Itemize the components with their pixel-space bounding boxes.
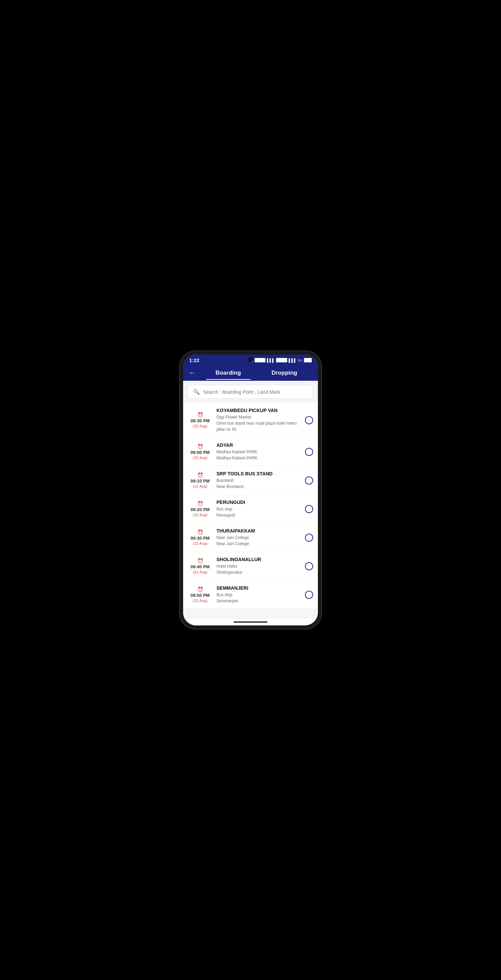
time-block: ⏰ 08:30 PM (22-Aug) [188, 412, 212, 428]
date-text: (22-Aug) [193, 424, 208, 428]
point-name: PERUNGUDI [216, 500, 301, 505]
clock-icon: ⏰ [197, 412, 203, 417]
time-text: 09:20 PM [191, 507, 210, 512]
clock-icon: ⏰ [197, 501, 203, 506]
point-landmark: Near Jain CollegeNear Jain College [216, 535, 301, 547]
tab-dropping[interactable]: Dropping [256, 369, 312, 380]
point-info: ADYAR Madhya Kailash PARKMadhya Kailash … [216, 442, 301, 461]
time-text: 09:10 PM [191, 479, 210, 484]
phone-frame: 1:22 🔔 VoNR ▌▌▌ VoNR ▌▌▌ 5G 100 ← Boardi… [179, 350, 322, 630]
point-info: SRP TOOLS BUS STAND BusstandNear Busstan… [216, 471, 301, 490]
point-info: SHOLINGANALLUR Hotel HalezSholinganallur [216, 557, 301, 576]
date-text: (22-Aug) [193, 513, 208, 517]
point-name: SHOLINGANALLUR [216, 557, 301, 562]
point-landmark: BusstandNear Busstand , [216, 477, 301, 490]
vonr-badge-1: VoNR [254, 358, 266, 363]
radio-button-2[interactable] [305, 448, 313, 456]
search-container: 🔍 [183, 381, 318, 403]
boarding-item[interactable]: ⏰ 09:20 PM (22-Aug) PERUNGUDI Bus stopPe… [183, 495, 318, 523]
date-text: (22-Aug) [193, 570, 208, 574]
point-name: KOYAMBEDU PICKUP VAN [216, 408, 301, 413]
radio-button-1[interactable] [305, 416, 313, 424]
battery-icon: 100 [304, 358, 312, 363]
point-landmark: Opp Flower MarketOmni bus stand near roy… [216, 414, 301, 433]
camera-notch [248, 357, 253, 362]
point-info: KOYAMBEDU PICKUP VAN Opp Flower MarketOm… [216, 408, 301, 433]
boarding-item[interactable]: ⏰ 09:00 PM (22-Aug) ADYAR Madhya Kailash… [183, 438, 318, 466]
clock-icon: ⏰ [197, 530, 203, 535]
point-info: THURAIPAKKAM Near Jain CollegeNear Jain … [216, 528, 301, 547]
point-info: PERUNGUDI Bus stopPerungudi [216, 500, 301, 518]
signal-1: ▌▌▌ [267, 358, 275, 363]
point-landmark: Bus stopPerungudi [216, 506, 301, 518]
point-landmark: Madhya Kailash PARKMadhya Kailash PARK [216, 449, 301, 461]
time-block: ⏰ 09:10 PM (22-Aug) [188, 472, 212, 488]
header-nav: ← Boarding Dropping [183, 365, 318, 381]
radio-button-6[interactable] [305, 562, 313, 570]
date-text: (22-Aug) [193, 484, 208, 488]
clock-icon: ⏰ [197, 558, 203, 563]
status-time: 1:22 [189, 357, 199, 363]
clock-icon: ⏰ [197, 587, 203, 592]
home-indicator [234, 621, 267, 623]
radio-button-3[interactable] [305, 476, 313, 485]
time-block: ⏰ 09:30 PM (22-Aug) [188, 530, 212, 546]
point-name: SEMMANJERI [216, 585, 301, 591]
point-name: SRP TOOLS BUS STAND [216, 471, 301, 476]
boarding-item[interactable]: ⏰ 09:30 PM (22-Aug) THURAIPAKKAM Near Ja… [183, 523, 318, 552]
search-input[interactable] [203, 389, 308, 395]
time-text: 09:50 PM [191, 593, 210, 598]
point-name: ADYAR [216, 442, 301, 448]
boarding-item[interactable]: ⏰ 09:50 PM (22-Aug) SEMMANJERI Bus stopS… [183, 581, 318, 609]
status-bar: 1:22 🔔 VoNR ▌▌▌ VoNR ▌▌▌ 5G 100 [183, 355, 318, 365]
signal-2: ▌▌▌ [289, 358, 296, 363]
radio-button-4[interactable] [305, 505, 313, 513]
back-button[interactable]: ← [189, 369, 196, 381]
point-landmark: Bus stopSemmanjeri [216, 592, 301, 604]
tab-boarding[interactable]: Boarding [200, 369, 256, 380]
boarding-item[interactable]: ⏰ 09:10 PM (22-Aug) SRP TOOLS BUS STAND … [183, 466, 318, 495]
clock-icon: ⏰ [197, 472, 203, 478]
boarding-item[interactable]: ⏰ 09:40 PM (22-Aug) SHOLINGANALLUR Hotel… [183, 552, 318, 581]
home-bar [183, 619, 318, 625]
time-block: ⏰ 09:20 PM (22-Aug) [188, 501, 212, 517]
time-text: 09:30 PM [191, 536, 210, 541]
boarding-item[interactable]: ⏰ 08:30 PM (22-Aug) KOYAMBEDU PICKUP VAN… [183, 403, 318, 438]
point-name: THURAIPAKKAM [216, 528, 301, 533]
search-box[interactable]: 🔍 [188, 385, 313, 399]
5g-badge: 5G [298, 359, 302, 362]
time-text: 09:40 PM [191, 564, 210, 569]
status-icons: 🔔 VoNR ▌▌▌ VoNR ▌▌▌ 5G 100 [249, 358, 312, 363]
vonr-badge-2: VoNR [276, 358, 287, 363]
nav-tabs: Boarding Dropping [200, 369, 312, 380]
point-landmark: Hotel HalezSholinganallur [216, 563, 301, 576]
time-block: ⏰ 09:50 PM (22-Aug) [188, 587, 212, 603]
phone-screen: 1:22 🔔 VoNR ▌▌▌ VoNR ▌▌▌ 5G 100 ← Boardi… [183, 355, 318, 625]
time-text: 08:30 PM [191, 418, 210, 423]
search-icon: 🔍 [193, 388, 200, 395]
radio-button-5[interactable] [305, 533, 313, 542]
time-text: 09:00 PM [191, 450, 210, 455]
date-text: (22-Aug) [193, 456, 208, 460]
time-block: ⏰ 09:40 PM (22-Aug) [188, 558, 212, 574]
date-text: (22-Aug) [193, 541, 208, 546]
clock-icon: ⏰ [197, 444, 203, 449]
boarding-list: ⏰ 08:30 PM (22-Aug) KOYAMBEDU PICKUP VAN… [183, 403, 318, 619]
point-info: SEMMANJERI Bus stopSemmanjeri [216, 585, 301, 604]
time-block: ⏰ 09:00 PM (22-Aug) [188, 444, 212, 460]
radio-button-7[interactable] [305, 591, 313, 599]
date-text: (22-Aug) [193, 598, 208, 603]
